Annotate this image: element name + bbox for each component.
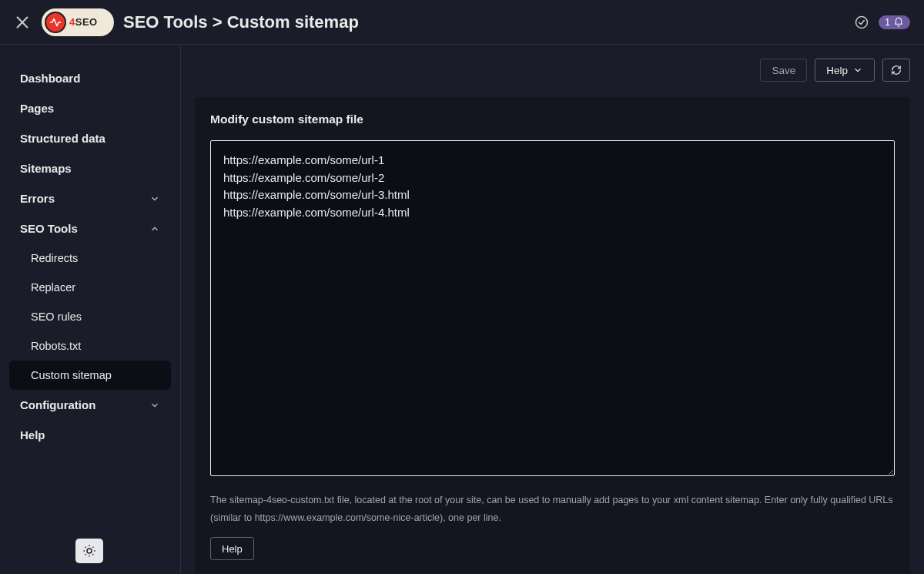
panel-help-button[interactable]: Help <box>210 537 254 560</box>
logo-text: 4SEO <box>69 16 98 28</box>
sidebar-sub-seo-rules[interactable]: SEO rules <box>9 302 171 331</box>
svg-point-2 <box>856 16 868 28</box>
sidebar: Dashboard Pages Structured data Sitemaps… <box>0 45 181 574</box>
notification-count: 1 <box>885 17 890 28</box>
logo-pulse-icon <box>45 12 66 33</box>
top-bar: 4SEO SEO Tools > Custom sitemap 1 <box>0 0 924 45</box>
chevron-down-icon <box>852 65 863 76</box>
sidebar-sub-replacer[interactable]: Replacer <box>9 273 171 302</box>
svg-line-10 <box>85 554 86 555</box>
sidebar-item-structured-data[interactable]: Structured data <box>9 123 171 153</box>
panel-title: Modify custom sitemap file <box>210 112 895 126</box>
sidebar-sub-redirects[interactable]: Redirects <box>9 243 171 273</box>
svg-line-6 <box>85 547 86 548</box>
svg-point-3 <box>87 549 92 553</box>
sidebar-sub-custom-sitemap[interactable]: Custom sitemap <box>9 361 171 390</box>
refresh-button[interactable] <box>882 59 910 82</box>
bell-icon <box>893 17 904 28</box>
sidebar-item-seo-tools[interactable]: SEO Tools <box>9 213 171 243</box>
sidebar-item-help[interactable]: Help <box>9 420 171 450</box>
svg-line-7 <box>92 554 93 555</box>
sidebar-item-dashboard[interactable]: Dashboard <box>9 63 171 93</box>
chevron-down-icon <box>149 400 160 411</box>
sun-icon <box>82 544 96 558</box>
sidebar-item-configuration[interactable]: Configuration <box>9 390 171 420</box>
theme-toggle-button[interactable] <box>75 539 103 563</box>
app-logo: 4SEO <box>42 8 114 36</box>
help-dropdown-button[interactable]: Help <box>815 59 875 82</box>
sidebar-item-pages[interactable]: Pages <box>9 93 171 123</box>
save-button[interactable]: Save <box>760 59 807 82</box>
hint-text: The sitemap-4seo-custom.txt file, locate… <box>210 492 895 526</box>
notifications-pill[interactable]: 1 <box>879 15 910 29</box>
status-check-icon[interactable] <box>854 15 869 30</box>
refresh-icon <box>891 65 902 76</box>
main-content: Save Help Modify custom sitemap file The… <box>181 45 924 574</box>
chevron-down-icon <box>149 193 160 204</box>
close-icon[interactable] <box>14 14 31 31</box>
sitemap-panel: Modify custom sitemap file The sitemap-4… <box>195 97 910 574</box>
sidebar-item-errors[interactable]: Errors <box>9 183 171 213</box>
toolbar: Save Help <box>195 59 910 82</box>
svg-line-11 <box>92 547 93 548</box>
breadcrumb: SEO Tools > Custom sitemap <box>123 12 359 32</box>
sidebar-item-sitemaps[interactable]: Sitemaps <box>9 153 171 183</box>
sitemap-textarea[interactable] <box>210 140 895 476</box>
chevron-up-icon <box>149 223 160 234</box>
sidebar-sub-robots-txt[interactable]: Robots.txt <box>9 331 171 361</box>
